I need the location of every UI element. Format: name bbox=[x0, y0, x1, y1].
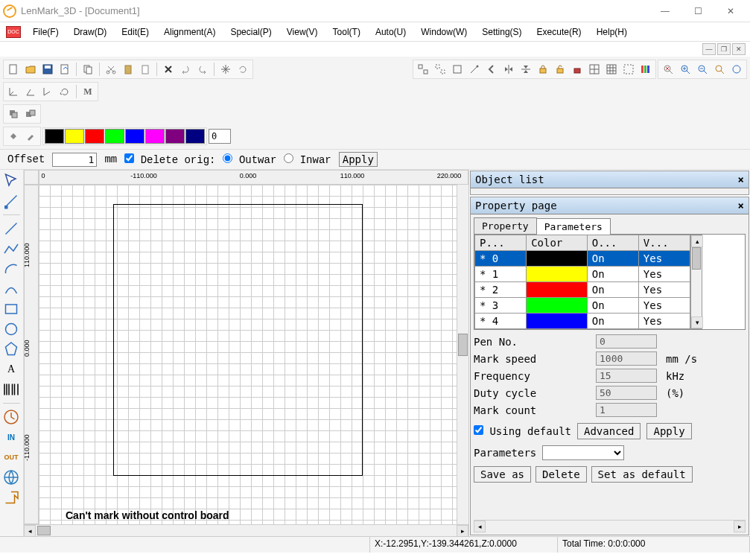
layers2-icon[interactable] bbox=[22, 106, 39, 122]
menu-window[interactable]: Window(W) bbox=[413, 24, 474, 40]
duty_cycle-input[interactable] bbox=[596, 386, 657, 400]
color-swatch-4[interactable] bbox=[125, 129, 144, 144]
menu-execute[interactable]: Execute(R) bbox=[530, 24, 589, 40]
curve-icon[interactable] bbox=[1, 279, 21, 299]
brush-icon[interactable] bbox=[22, 128, 39, 144]
menu-special[interactable]: Special(P) bbox=[223, 24, 279, 40]
save-as-button[interactable]: Save as bbox=[474, 466, 531, 483]
set-as-default-button[interactable]: Set as default bbox=[591, 466, 693, 483]
dashgrid-icon[interactable] bbox=[620, 61, 637, 77]
frequency-input[interactable] bbox=[596, 369, 657, 383]
menu-alignment[interactable]: Alignment(A) bbox=[156, 24, 223, 40]
m-icon[interactable]: M bbox=[80, 83, 96, 100]
table-row[interactable]: * 3OnYes bbox=[475, 298, 690, 314]
table-header[interactable]: O... bbox=[587, 235, 638, 251]
parameters-select[interactable] bbox=[542, 445, 624, 460]
color-swatch-0[interactable] bbox=[45, 129, 64, 144]
color-swatch-7[interactable] bbox=[185, 129, 205, 144]
table-row[interactable]: * 4OnYes bbox=[475, 314, 690, 329]
table-header[interactable]: P... bbox=[475, 235, 527, 251]
menu-file[interactable]: File(F) bbox=[25, 24, 66, 40]
offset-input[interactable] bbox=[52, 153, 97, 167]
close-button[interactable]: ✕ bbox=[714, 0, 747, 22]
tab-property[interactable]: Property bbox=[474, 217, 537, 234]
clock-icon[interactable] bbox=[1, 407, 21, 427]
table-row[interactable]: * 2OnYes bbox=[475, 282, 690, 298]
canvas-vscrollbar[interactable] bbox=[457, 185, 468, 524]
line-icon[interactable] bbox=[1, 219, 21, 238]
import-icon[interactable] bbox=[57, 61, 73, 77]
rect-icon[interactable] bbox=[1, 299, 21, 319]
paste-icon[interactable] bbox=[120, 61, 136, 77]
unlock-icon[interactable] bbox=[552, 61, 568, 77]
group-icon[interactable] bbox=[415, 61, 431, 77]
pointer-icon[interactable] bbox=[1, 171, 21, 191]
canvas-viewport[interactable]: Can't mark without control board bbox=[39, 185, 457, 524]
cut-icon[interactable] bbox=[103, 61, 119, 77]
zoom-in-icon[interactable] bbox=[677, 61, 693, 77]
undo-icon[interactable] bbox=[177, 61, 194, 77]
property-page-close-icon[interactable]: × bbox=[738, 200, 744, 211]
circle-icon[interactable] bbox=[1, 319, 21, 339]
zoom-out-icon[interactable] bbox=[694, 61, 711, 77]
advanced-button[interactable]: Advanced bbox=[577, 423, 641, 439]
open-folder-icon[interactable] bbox=[22, 61, 39, 77]
delete-orig-checkbox[interactable]: Delete orig: bbox=[124, 153, 215, 166]
delete-button[interactable]: Delete bbox=[536, 466, 587, 483]
canvas-hscrollbar[interactable]: ◂ ▸ bbox=[24, 524, 468, 536]
redo-icon[interactable] bbox=[194, 61, 211, 77]
polygon-icon[interactable] bbox=[1, 340, 21, 359]
out-icon[interactable]: OUT bbox=[1, 448, 21, 467]
menu-edit[interactable]: Edit(E) bbox=[114, 24, 156, 40]
menu-draw[interactable]: Draw(D) bbox=[66, 24, 115, 40]
table-vscrollbar[interactable]: ▴ ▾ bbox=[690, 235, 702, 329]
spark-icon[interactable] bbox=[217, 61, 234, 77]
mark_speed-input[interactable] bbox=[596, 351, 657, 366]
inward-radio[interactable]: Inwar bbox=[284, 153, 331, 166]
menu-setting[interactable]: Setting(S) bbox=[474, 24, 529, 40]
mdi-restore-button[interactable]: ❐ bbox=[717, 43, 731, 55]
panel-hscrollbar[interactable]: ◂ ▸ bbox=[474, 520, 746, 532]
node-edit-icon[interactable] bbox=[1, 191, 21, 211]
pen_no-input[interactable] bbox=[596, 334, 657, 349]
color-swatch-5[interactable] bbox=[145, 129, 165, 144]
using-default-checkbox[interactable]: Using default bbox=[474, 425, 571, 437]
text-icon[interactable]: A bbox=[1, 360, 21, 379]
rainbow-icon[interactable] bbox=[638, 61, 654, 77]
parameters-table[interactable]: P...ColorO...V... * 0OnYes* 1OnYes* 2OnY… bbox=[474, 235, 690, 329]
grid-icon[interactable] bbox=[603, 61, 620, 77]
barcode-icon[interactable] bbox=[1, 380, 21, 399]
lock-layer-icon[interactable] bbox=[569, 61, 585, 77]
swatch-value-input[interactable] bbox=[209, 129, 231, 144]
bounds-icon[interactable] bbox=[586, 61, 603, 77]
offset-apply-button[interactable]: Apply bbox=[339, 152, 378, 167]
maximize-button[interactable]: ☐ bbox=[681, 0, 714, 22]
zoom-extent-icon[interactable] bbox=[711, 61, 728, 77]
layers-icon[interactable] bbox=[5, 106, 22, 122]
mirror-h-icon[interactable] bbox=[500, 61, 517, 77]
new-file-icon[interactable] bbox=[5, 61, 22, 77]
save-icon[interactable] bbox=[39, 61, 56, 77]
color-swatch-1[interactable] bbox=[65, 129, 84, 144]
in-icon[interactable]: IN bbox=[1, 427, 21, 447]
mirror-v-icon[interactable] bbox=[518, 61, 534, 77]
color-swatch-3[interactable] bbox=[105, 129, 124, 144]
ungroup-icon[interactable] bbox=[432, 61, 448, 77]
delete-icon[interactable] bbox=[160, 61, 177, 77]
menu-help[interactable]: Help(H) bbox=[589, 24, 635, 40]
rotate-view-icon[interactable] bbox=[57, 83, 73, 100]
object-list-close-icon[interactable]: × bbox=[738, 174, 744, 185]
table-header[interactable]: V... bbox=[638, 235, 690, 251]
wand-icon[interactable] bbox=[466, 61, 483, 77]
table-header[interactable]: Color bbox=[527, 235, 588, 251]
axis-yz-icon[interactable] bbox=[39, 83, 56, 100]
table-row[interactable]: * 0OnYes bbox=[475, 251, 690, 267]
axis-xyz-icon[interactable] bbox=[5, 83, 22, 100]
rotate-icon[interactable] bbox=[235, 61, 251, 77]
copy-icon[interactable] bbox=[80, 61, 96, 77]
axis-xz-icon[interactable] bbox=[22, 83, 39, 100]
outward-radio[interactable]: Outwar bbox=[223, 153, 276, 166]
back-icon[interactable] bbox=[483, 61, 500, 77]
export-icon[interactable] bbox=[1, 488, 21, 507]
tab-parameters[interactable]: Parameters bbox=[536, 218, 611, 235]
